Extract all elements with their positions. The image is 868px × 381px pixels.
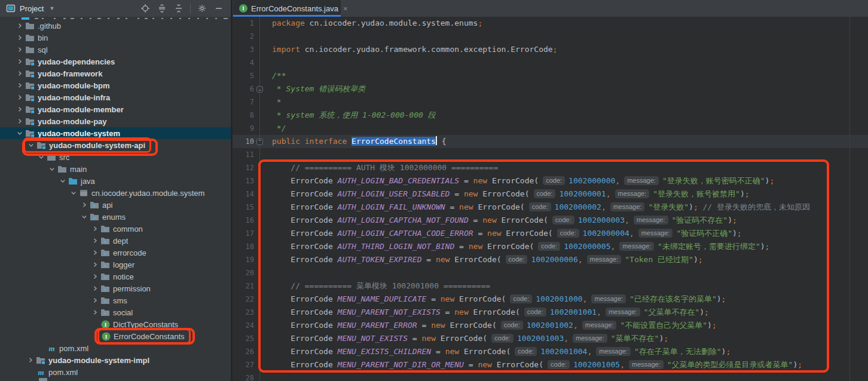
line-number[interactable]: 21 bbox=[233, 279, 254, 293]
tree-item-yudao-dependencies[interactable]: yudao-dependencies bbox=[0, 56, 231, 67]
chevron-down-icon[interactable] bbox=[15, 128, 25, 138]
chevron-right-icon[interactable] bbox=[90, 260, 100, 269]
folder-icon bbox=[25, 45, 35, 54]
settings-gear-icon[interactable] bbox=[195, 2, 209, 15]
line-number[interactable]: 11 bbox=[233, 148, 254, 161]
line-number[interactable]: 5 bbox=[233, 69, 254, 82]
ide-window: Project ▼ .githubbinsqlyudao-depend bbox=[0, 0, 868, 381]
expand-all-icon[interactable] bbox=[155, 2, 169, 15]
tree-item-sms[interactable]: sms bbox=[0, 294, 231, 306]
close-icon[interactable]: × bbox=[343, 4, 348, 13]
chevron-right-icon[interactable] bbox=[15, 69, 25, 78]
line-number[interactable]: 28 bbox=[233, 371, 254, 381]
tree-item-errorcode[interactable]: errorcode bbox=[0, 247, 231, 259]
tree-item-cn-iocoder-yudao-module-system[interactable]: cn.iocoder.yudao.module.system bbox=[0, 187, 231, 199]
tree-item-notice[interactable]: notice bbox=[0, 271, 231, 282]
code-line-7[interactable]: * bbox=[272, 96, 282, 109]
chevron-right-icon[interactable] bbox=[15, 21, 25, 30]
chevron-right-icon[interactable] bbox=[15, 116, 25, 126]
line-number[interactable]: 13 bbox=[233, 174, 254, 188]
chevron-right-icon[interactable] bbox=[90, 236, 100, 245]
line-number[interactable]: 20 bbox=[233, 266, 254, 279]
tree-item-yudao-module-pay[interactable]: yudao-module-pay bbox=[0, 115, 231, 127]
tree-item-api[interactable]: api bbox=[0, 199, 231, 211]
chevron-right-icon[interactable] bbox=[15, 33, 25, 42]
code-line-1[interactable]: package cn.iocoder.yudao.module.system.e… bbox=[272, 17, 482, 30]
line-number[interactable]: 1 bbox=[233, 17, 254, 30]
line-number[interactable]: 22 bbox=[233, 293, 254, 306]
tree-item-yudao-module-system-impl[interactable]: yudao-module-system-impl bbox=[0, 354, 231, 366]
tree-item-social[interactable]: social bbox=[0, 306, 231, 318]
chevron-right-icon[interactable] bbox=[15, 57, 25, 66]
tree-item-dept[interactable]: dept bbox=[0, 235, 231, 247]
tree-item-main[interactable]: main bbox=[0, 163, 231, 175]
line-number[interactable]: 3 bbox=[233, 43, 254, 56]
chevron-right-icon[interactable] bbox=[90, 248, 100, 257]
chevron-down-icon[interactable] bbox=[58, 176, 68, 186]
line-number[interactable]: 19 bbox=[233, 253, 254, 266]
tree-item-label: api bbox=[102, 201, 112, 210]
line-number[interactable]: 12 bbox=[233, 161, 254, 174]
panel-divider[interactable] bbox=[231, 0, 233, 381]
line-number[interactable]: 7 bbox=[233, 96, 254, 109]
line-number[interactable]: 25 bbox=[233, 332, 254, 345]
clipped-tree-row bbox=[39, 378, 47, 381]
line-number[interactable]: 14 bbox=[233, 188, 254, 201]
tree-item-yudao-module-member[interactable]: yudao-module-member bbox=[0, 103, 231, 115]
chevron-right-icon[interactable] bbox=[15, 93, 25, 102]
chevron-right-icon[interactable] bbox=[26, 355, 35, 365]
tree-item-common[interactable]: common bbox=[0, 223, 231, 235]
fold-end-icon[interactable]: ⌃ bbox=[256, 139, 263, 145]
chevron-down-icon[interactable] bbox=[47, 164, 57, 174]
chevron-right-icon[interactable] bbox=[90, 284, 100, 293]
collapse-all-icon[interactable] bbox=[172, 2, 186, 15]
line-number[interactable]: 27 bbox=[233, 358, 254, 371]
code-line-6[interactable]: * System 错误码枚举类 bbox=[272, 82, 365, 96]
tree-item-enums[interactable]: enums bbox=[0, 211, 231, 223]
tree-item-sql[interactable]: sql bbox=[0, 44, 231, 56]
code-line-8[interactable]: * system 系统，使用 1-002-000-000 段 bbox=[272, 109, 436, 122]
chevron-right-icon[interactable] bbox=[90, 308, 100, 317]
project-tree[interactable]: .githubbinsqlyudao-dependenciesyudao-fra… bbox=[0, 17, 231, 381]
tree-item-yudao-module-infra[interactable]: yudao-module-infra bbox=[0, 91, 231, 103]
line-number[interactable]: 24 bbox=[233, 319, 254, 332]
chevron-right-icon[interactable] bbox=[80, 200, 89, 210]
locate-file-icon[interactable] bbox=[138, 2, 152, 15]
hide-panel-icon[interactable] bbox=[212, 2, 226, 15]
line-number[interactable]: 18 bbox=[233, 240, 254, 253]
chevron-right-icon[interactable] bbox=[90, 272, 100, 281]
code-line-3[interactable]: import cn.iocoder.yudao.framework.common… bbox=[272, 43, 557, 56]
tree-item--github[interactable]: .github bbox=[0, 20, 231, 32]
tab-errorcodeconstants[interactable]: I ErrorCodeConstants.java × bbox=[233, 0, 341, 17]
line-number[interactable]: 8 bbox=[233, 109, 254, 122]
line-number[interactable]: 23 bbox=[233, 306, 254, 319]
tree-item-bin[interactable]: bin bbox=[0, 32, 231, 44]
line-number[interactable]: 26 bbox=[233, 345, 254, 358]
tree-item-logger[interactable]: logger bbox=[0, 259, 231, 271]
line-number[interactable]: 17 bbox=[233, 227, 254, 240]
tree-item-pom-xml[interactable]: mpom.xml bbox=[0, 366, 231, 378]
tree-item-yudao-framework[interactable]: yudao-framework bbox=[0, 67, 231, 79]
code-line-5[interactable]: /** bbox=[272, 69, 286, 82]
chevron-right-icon[interactable] bbox=[90, 224, 100, 233]
chevron-right-icon[interactable] bbox=[15, 81, 25, 90]
line-number[interactable]: 4 bbox=[233, 56, 254, 69]
chevron-right-icon[interactable] bbox=[90, 296, 100, 305]
chevron-right-icon[interactable] bbox=[15, 105, 25, 114]
line-number[interactable]: 15 bbox=[233, 201, 254, 214]
line-number[interactable]: 2 bbox=[233, 30, 254, 43]
tree-item-permission[interactable]: permission bbox=[0, 282, 231, 294]
tree-item-yudao-module-bpm[interactable]: yudao-module-bpm bbox=[0, 79, 231, 91]
line-number[interactable]: 16 bbox=[233, 214, 254, 227]
line-number[interactable]: 6 bbox=[233, 82, 254, 96]
code-line-9[interactable]: */ bbox=[272, 122, 286, 135]
line-number[interactable]: 9 bbox=[233, 122, 254, 135]
chevron-right-icon[interactable] bbox=[15, 45, 25, 54]
line-number[interactable]: 10 bbox=[233, 135, 254, 148]
chevron-down-icon[interactable] bbox=[80, 212, 89, 222]
project-view-selector[interactable]: Project ▼ bbox=[0, 4, 54, 13]
code-line-10[interactable]: public interface ErrorCodeConstants { bbox=[272, 135, 447, 148]
tree-item-java[interactable]: java bbox=[0, 175, 231, 187]
fold-start-icon[interactable]: ⌄ bbox=[256, 86, 263, 93]
chevron-down-icon[interactable] bbox=[69, 188, 78, 198]
